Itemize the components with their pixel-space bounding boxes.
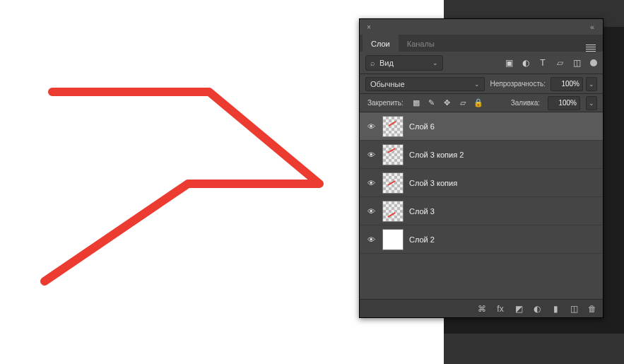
lock-move-icon[interactable]: ✥ xyxy=(442,98,452,108)
layer-row[interactable]: 👁Слой 6 xyxy=(360,112,603,141)
blend-mode-select[interactable]: Обычные ⌄ xyxy=(365,77,485,91)
layer-thumbnail[interactable] xyxy=(382,229,404,250)
visibility-icon[interactable]: 👁 xyxy=(365,179,377,187)
blend-mode-label: Обычные xyxy=(370,80,405,88)
layer-filter-row: ⌕ Вид ⌄ ▣ ◐ T ▱ ◫ xyxy=(360,52,603,74)
layer-thumbnail[interactable] xyxy=(382,144,404,165)
adjustment-icon[interactable]: ◐ xyxy=(532,304,542,314)
opacity-label: Непрозрачность: xyxy=(488,80,548,88)
layer-row[interactable]: 👁Слой 2 xyxy=(360,225,603,254)
fx-icon[interactable]: fx xyxy=(495,304,505,314)
blend-opacity-row: Обычные ⌄ Непрозрачность: 100% ⌄ xyxy=(360,74,603,94)
filter-adjust-icon[interactable]: ◐ xyxy=(521,58,531,68)
layers-list: 👁Слой 6👁Слой 3 копия 2👁Слой 3 копия👁Слой… xyxy=(360,112,603,254)
layer-name[interactable]: Слой 2 xyxy=(409,235,435,244)
panel-menu-icon[interactable] xyxy=(579,45,603,52)
visibility-icon[interactable]: 👁 xyxy=(365,235,377,244)
close-icon[interactable]: × xyxy=(364,23,374,31)
layer-name[interactable]: Слой 6 xyxy=(409,122,435,131)
visibility-icon[interactable]: 👁 xyxy=(365,151,377,159)
lock-all-icon[interactable]: 🔒 xyxy=(473,98,483,108)
layer-row[interactable]: 👁Слой 3 копия 2 xyxy=(360,141,603,169)
lock-fill-row: Закрепить: ▩ ✎ ✥ ▱ 🔒 Заливка: 100% ⌄ xyxy=(360,94,603,112)
layer-name[interactable]: Слой 3 xyxy=(409,207,435,216)
panel-footer: ⌘ fx ◩ ◐ ▮ ◫ 🗑 xyxy=(360,299,603,317)
layer-name[interactable]: Слой 3 копия 2 xyxy=(409,151,464,159)
layer-type-filter[interactable]: ⌕ Вид ⌄ xyxy=(365,55,443,71)
lock-label: Закрепить: xyxy=(365,99,406,107)
layer-thumbnail[interactable] xyxy=(382,201,404,222)
fill-stepper[interactable]: ⌄ xyxy=(586,96,597,110)
fill-label: Заливка: xyxy=(509,99,542,107)
panel-tabs: Слои Каналы xyxy=(360,35,603,52)
layer-thumbnail[interactable] xyxy=(382,116,404,137)
lock-brush-icon[interactable]: ✎ xyxy=(427,98,437,108)
visibility-icon[interactable]: 👁 xyxy=(365,207,377,216)
link-layers-icon[interactable]: ⌘ xyxy=(477,304,487,314)
visibility-icon[interactable]: 👁 xyxy=(365,122,377,131)
lock-pixels-icon[interactable]: ▩ xyxy=(411,98,421,108)
app-bar-bottom xyxy=(444,334,624,364)
tab-channels[interactable]: Каналы xyxy=(399,35,443,52)
layer-type-filter-label: Вид xyxy=(379,59,394,67)
new-layer-icon[interactable]: ◫ xyxy=(569,304,579,314)
filter-image-icon[interactable]: ▣ xyxy=(504,58,514,68)
collapse-icon[interactable]: « xyxy=(590,23,599,31)
filter-icons-group: ▣ ◐ T ▱ ◫ xyxy=(504,58,582,68)
group-icon[interactable]: ▮ xyxy=(551,304,560,314)
layers-panel: × « Слои Каналы ⌕ Вид ⌄ ▣ ◐ T ▱ ◫ Обычны… xyxy=(359,18,604,318)
lock-icons-group: ▩ ✎ ✥ ▱ 🔒 xyxy=(411,98,483,108)
layer-thumbnail[interactable] xyxy=(382,172,404,194)
chevron-down-icon: ⌄ xyxy=(432,59,438,66)
filter-text-icon[interactable]: T xyxy=(538,58,548,68)
opacity-value[interactable]: 100% xyxy=(551,77,583,91)
tab-layers[interactable]: Слои xyxy=(363,35,399,52)
layer-name[interactable]: Слой 3 копия xyxy=(409,179,457,187)
fill-value[interactable]: 100% xyxy=(548,96,580,110)
filter-toggle[interactable] xyxy=(590,59,597,66)
search-icon: ⌕ xyxy=(370,59,375,67)
filter-smart-icon[interactable]: ◫ xyxy=(572,58,582,68)
trash-icon[interactable]: 🗑 xyxy=(587,304,597,314)
panel-titlebar[interactable]: × « xyxy=(360,19,603,35)
chevron-down-icon: ⌄ xyxy=(474,81,480,88)
mask-icon[interactable]: ◩ xyxy=(514,304,524,314)
opacity-stepper[interactable]: ⌄ xyxy=(586,77,597,91)
layer-row[interactable]: 👁Слой 3 копия xyxy=(360,169,603,197)
layer-row[interactable]: 👁Слой 3 xyxy=(360,197,603,225)
filter-shape-icon[interactable]: ▱ xyxy=(555,58,565,68)
lock-artboard-icon[interactable]: ▱ xyxy=(458,98,468,108)
